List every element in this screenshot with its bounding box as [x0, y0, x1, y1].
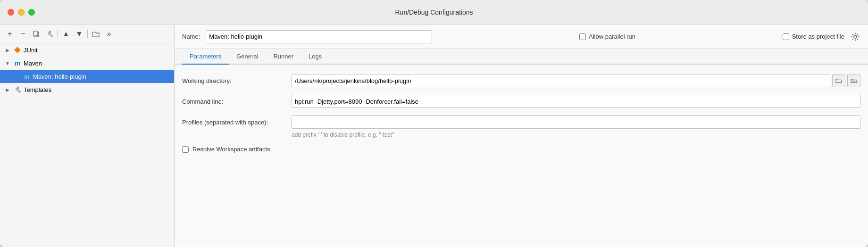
folder-open-icon: [835, 78, 842, 83]
more-button[interactable]: »: [103, 28, 115, 40]
profiles-hint: add prefix '-' to disable profile, e.g. …: [292, 132, 860, 138]
working-directory-input-wrapper: [292, 74, 860, 87]
expand-arrow-hello-plugin: [13, 73, 21, 80]
up-button[interactable]: ▲: [60, 28, 72, 40]
command-line-row: Command line:: [182, 95, 860, 108]
allow-parallel-label: Allow parallel run: [589, 33, 635, 40]
tree-label-maven: Maven: [24, 60, 42, 67]
allow-parallel-checkbox[interactable]: [579, 33, 586, 40]
minimize-button[interactable]: [18, 9, 25, 16]
remove-button[interactable]: −: [17, 28, 29, 40]
tree-item-maven[interactable]: ▼ m Maven: [0, 57, 174, 70]
window-title: Run/Debug Configurations: [395, 8, 473, 16]
expand-arrow-maven: ▼: [4, 59, 11, 67]
down-button[interactable]: ▼: [73, 28, 85, 40]
junit-diamond-icon: [14, 46, 21, 54]
working-directory-row: Working directory:: [182, 74, 860, 87]
working-directory-input[interactable]: [292, 74, 830, 87]
add-button[interactable]: +: [4, 28, 16, 40]
left-panel: + − ▲ ▼: [0, 25, 175, 247]
tree-item-maven-hello-plugin[interactable]: m Maven: hello-plugin: [0, 70, 174, 83]
maximize-button[interactable]: [28, 9, 35, 16]
tabs-bar: Parameters General Runner Logs: [175, 49, 868, 65]
profiles-row: Profiles (separated with space):: [182, 115, 860, 129]
wrench-templates-icon: [13, 85, 22, 94]
expand-arrow-junit: ▶: [4, 46, 11, 54]
working-directory-label: Working directory:: [182, 77, 286, 84]
tab-content-parameters: Working directory:: [175, 65, 868, 247]
close-button[interactable]: [8, 9, 14, 16]
name-input[interactable]: [206, 30, 432, 43]
gear-icon: [851, 33, 860, 41]
toolbar-separator-2: [87, 30, 88, 38]
resolve-workspace-checkbox[interactable]: [182, 146, 189, 153]
resolve-row: Resolve Workspace artifacts: [182, 146, 860, 153]
traffic-lights: [8, 9, 35, 16]
svg-rect-1: [33, 31, 38, 36]
tree-item-junit[interactable]: ▶ JUnit: [0, 43, 174, 57]
command-line-input[interactable]: [292, 95, 860, 108]
variable-icon: [851, 78, 857, 83]
working-directory-browse-button[interactable]: [832, 74, 845, 87]
store-project-group: Store as project file: [783, 33, 844, 40]
copy-icon: [33, 30, 40, 38]
tab-parameters[interactable]: Parameters: [182, 49, 229, 65]
right-panel: Name: Allow parallel run Store as projec…: [175, 25, 868, 247]
working-directory-var-button[interactable]: [847, 74, 860, 87]
command-line-label: Command line:: [182, 98, 286, 105]
tree-label-junit: JUnit: [24, 47, 38, 54]
folder-icon: [92, 31, 100, 37]
tree-label-hello-plugin: Maven: hello-plugin: [33, 73, 86, 80]
window: Run/Debug Configurations + −: [0, 0, 868, 247]
main-content: + − ▲ ▼: [0, 25, 868, 247]
store-project-checkbox[interactable]: [783, 33, 789, 40]
profiles-input-wrapper: [292, 115, 860, 129]
settings-button[interactable]: [43, 28, 56, 40]
templates-wrench-icon: [14, 86, 21, 93]
tab-general[interactable]: General: [229, 49, 266, 65]
svg-point-4: [854, 35, 857, 38]
wrench-icon: [46, 30, 53, 38]
command-line-input-wrapper: [292, 95, 860, 108]
resolve-workspace-label: Resolve Workspace artifacts: [192, 146, 270, 153]
tab-logs[interactable]: Logs: [301, 49, 329, 65]
tab-runner[interactable]: Runner: [266, 49, 301, 65]
toolbar-separator: [58, 30, 58, 38]
store-project-label: Store as project file: [792, 33, 844, 40]
folder-button[interactable]: [90, 28, 102, 40]
gear-button[interactable]: [850, 32, 860, 42]
profiles-input[interactable]: [292, 115, 860, 129]
copy-button[interactable]: [30, 28, 42, 40]
junit-icon: [13, 46, 22, 54]
maven-icon: m: [13, 59, 22, 67]
expand-arrow-templates: ▶: [4, 86, 11, 93]
tree-label-templates: Templates: [24, 86, 51, 93]
left-toolbar: + − ▲ ▼: [0, 25, 174, 43]
title-bar: Run/Debug Configurations: [0, 0, 868, 25]
svg-rect-3: [14, 47, 21, 53]
tree-item-templates[interactable]: ▶ Templates: [0, 83, 174, 96]
name-label: Name:: [182, 33, 200, 40]
tree-container: ▶ JUnit ▼ m Maven m: [0, 43, 174, 247]
maven-child-icon: m: [23, 72, 31, 81]
allow-parallel-group: Allow parallel run: [579, 33, 635, 40]
right-header: Name: Allow parallel run Store as projec…: [175, 25, 868, 49]
profiles-label: Profiles (separated with space):: [182, 119, 286, 126]
